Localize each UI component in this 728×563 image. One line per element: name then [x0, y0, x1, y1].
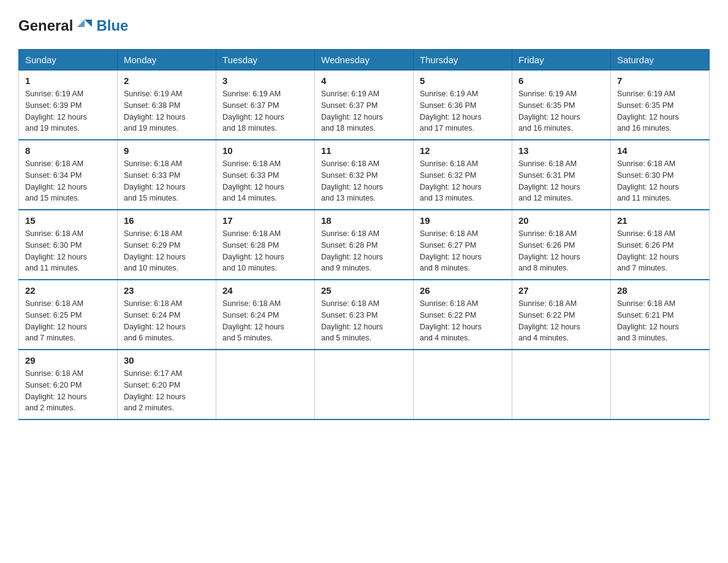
- day-info: Sunrise: 6:19 AM Sunset: 6:35 PM Dayligh…: [617, 88, 703, 134]
- calendar-cell: 10 Sunrise: 6:18 AM Sunset: 6:33 PM Dayl…: [216, 140, 315, 210]
- calendar-cell: 22 Sunrise: 6:18 AM Sunset: 6:25 PM Dayl…: [19, 280, 118, 350]
- day-info: Sunrise: 6:18 AM Sunset: 6:22 PM Dayligh…: [518, 298, 604, 344]
- week-row-4: 22 Sunrise: 6:18 AM Sunset: 6:25 PM Dayl…: [19, 280, 710, 350]
- calendar-cell: 3 Sunrise: 6:19 AM Sunset: 6:37 PM Dayli…: [216, 71, 315, 140]
- header-sunday: Sunday: [19, 50, 118, 71]
- calendar-cell: [414, 350, 512, 419]
- day-info: Sunrise: 6:18 AM Sunset: 6:24 PM Dayligh…: [124, 298, 210, 344]
- calendar-cell: [611, 350, 710, 419]
- week-row-1: 1 Sunrise: 6:19 AM Sunset: 6:39 PM Dayli…: [19, 71, 710, 140]
- day-number: 20: [518, 215, 604, 226]
- day-number: 28: [617, 285, 703, 296]
- day-number: 19: [420, 215, 506, 226]
- day-number: 1: [25, 75, 111, 86]
- calendar-cell: 12 Sunrise: 6:18 AM Sunset: 6:32 PM Dayl…: [414, 140, 512, 210]
- svg-marker-1: [77, 20, 85, 27]
- calendar-cell: 23 Sunrise: 6:18 AM Sunset: 6:24 PM Dayl…: [118, 280, 216, 350]
- day-info: Sunrise: 6:18 AM Sunset: 6:23 PM Dayligh…: [321, 298, 407, 344]
- calendar-cell: 9 Sunrise: 6:18 AM Sunset: 6:33 PM Dayli…: [118, 140, 216, 210]
- day-number: 7: [617, 75, 703, 86]
- day-number: 9: [124, 145, 210, 156]
- calendar-cell: 20 Sunrise: 6:18 AM Sunset: 6:26 PM Dayl…: [512, 210, 611, 280]
- day-info: Sunrise: 6:19 AM Sunset: 6:35 PM Dayligh…: [518, 88, 604, 134]
- calendar-cell: 19 Sunrise: 6:18 AM Sunset: 6:27 PM Dayl…: [414, 210, 512, 280]
- day-number: 21: [617, 215, 703, 226]
- day-info: Sunrise: 6:18 AM Sunset: 6:33 PM Dayligh…: [222, 158, 308, 204]
- header-wednesday: Wednesday: [315, 50, 414, 71]
- day-info: Sunrise: 6:19 AM Sunset: 6:39 PM Dayligh…: [25, 88, 111, 134]
- day-number: 13: [518, 145, 604, 156]
- day-info: Sunrise: 6:18 AM Sunset: 6:31 PM Dayligh…: [518, 158, 604, 204]
- day-number: 25: [321, 285, 407, 296]
- calendar-cell: 14 Sunrise: 6:18 AM Sunset: 6:30 PM Dayl…: [611, 140, 710, 210]
- day-number: 2: [124, 75, 210, 86]
- day-info: Sunrise: 6:19 AM Sunset: 6:37 PM Dayligh…: [321, 88, 407, 134]
- calendar-cell: 2 Sunrise: 6:19 AM Sunset: 6:38 PM Dayli…: [118, 71, 216, 140]
- calendar-cell: 27 Sunrise: 6:18 AM Sunset: 6:22 PM Dayl…: [512, 280, 611, 350]
- calendar-cell: 1 Sunrise: 6:19 AM Sunset: 6:39 PM Dayli…: [19, 71, 118, 140]
- calendar-cell: 11 Sunrise: 6:18 AM Sunset: 6:32 PM Dayl…: [315, 140, 414, 210]
- calendar-cell: [512, 350, 611, 419]
- day-number: 15: [25, 215, 111, 226]
- calendar-table: SundayMondayTuesdayWednesdayThursdayFrid…: [18, 49, 710, 420]
- header-tuesday: Tuesday: [216, 50, 315, 71]
- calendar-cell: 29 Sunrise: 6:18 AM Sunset: 6:20 PM Dayl…: [19, 350, 118, 419]
- day-number: 10: [222, 145, 308, 156]
- calendar-cell: 8 Sunrise: 6:18 AM Sunset: 6:34 PM Dayli…: [19, 140, 118, 210]
- logo: General Blue: [18, 15, 128, 37]
- calendar-cell: 28 Sunrise: 6:18 AM Sunset: 6:21 PM Dayl…: [611, 280, 710, 350]
- day-info: Sunrise: 6:18 AM Sunset: 6:32 PM Dayligh…: [321, 158, 407, 204]
- calendar-cell: 18 Sunrise: 6:18 AM Sunset: 6:28 PM Dayl…: [315, 210, 414, 280]
- day-info: Sunrise: 6:18 AM Sunset: 6:33 PM Dayligh…: [124, 158, 210, 204]
- day-info: Sunrise: 6:18 AM Sunset: 6:25 PM Dayligh…: [25, 298, 111, 344]
- calendar-body: 1 Sunrise: 6:19 AM Sunset: 6:39 PM Dayli…: [19, 71, 710, 420]
- day-number: 27: [518, 285, 604, 296]
- day-info: Sunrise: 6:18 AM Sunset: 6:28 PM Dayligh…: [321, 228, 407, 274]
- day-info: Sunrise: 6:18 AM Sunset: 6:30 PM Dayligh…: [617, 158, 703, 204]
- calendar-cell: [315, 350, 414, 419]
- calendar-cell: 24 Sunrise: 6:18 AM Sunset: 6:24 PM Dayl…: [216, 280, 315, 350]
- calendar-cell: 21 Sunrise: 6:18 AM Sunset: 6:26 PM Dayl…: [611, 210, 710, 280]
- calendar-cell: 7 Sunrise: 6:19 AM Sunset: 6:35 PM Dayli…: [611, 71, 710, 140]
- day-number: 26: [420, 285, 506, 296]
- day-info: Sunrise: 6:18 AM Sunset: 6:28 PM Dayligh…: [222, 228, 308, 274]
- header-monday: Monday: [118, 50, 216, 71]
- calendar-cell: 15 Sunrise: 6:18 AM Sunset: 6:30 PM Dayl…: [19, 210, 118, 280]
- day-number: 12: [420, 145, 506, 156]
- day-number: 23: [124, 285, 210, 296]
- day-info: Sunrise: 6:18 AM Sunset: 6:30 PM Dayligh…: [25, 228, 111, 274]
- calendar-cell: 25 Sunrise: 6:18 AM Sunset: 6:23 PM Dayl…: [315, 280, 414, 350]
- calendar-cell: 30 Sunrise: 6:17 AM Sunset: 6:20 PM Dayl…: [118, 350, 216, 419]
- day-number: 18: [321, 215, 407, 226]
- header-friday: Friday: [512, 50, 611, 71]
- day-number: 5: [420, 75, 506, 86]
- day-info: Sunrise: 6:18 AM Sunset: 6:20 PM Dayligh…: [25, 368, 111, 414]
- calendar-cell: 13 Sunrise: 6:18 AM Sunset: 6:31 PM Dayl…: [512, 140, 611, 210]
- calendar-cell: 6 Sunrise: 6:19 AM Sunset: 6:35 PM Dayli…: [512, 71, 611, 140]
- day-number: 11: [321, 145, 407, 156]
- day-number: 6: [518, 75, 604, 86]
- calendar-cell: 4 Sunrise: 6:19 AM Sunset: 6:37 PM Dayli…: [315, 71, 414, 140]
- day-number: 22: [25, 285, 111, 296]
- week-row-5: 29 Sunrise: 6:18 AM Sunset: 6:20 PM Dayl…: [19, 350, 710, 419]
- day-info: Sunrise: 6:18 AM Sunset: 6:29 PM Dayligh…: [124, 228, 210, 274]
- day-info: Sunrise: 6:18 AM Sunset: 6:22 PM Dayligh…: [420, 298, 506, 344]
- header-thursday: Thursday: [414, 50, 512, 71]
- day-number: 4: [321, 75, 407, 86]
- calendar-cell: 26 Sunrise: 6:18 AM Sunset: 6:22 PM Dayl…: [414, 280, 512, 350]
- day-info: Sunrise: 6:18 AM Sunset: 6:26 PM Dayligh…: [617, 228, 703, 274]
- week-row-3: 15 Sunrise: 6:18 AM Sunset: 6:30 PM Dayl…: [19, 210, 710, 280]
- day-info: Sunrise: 6:19 AM Sunset: 6:37 PM Dayligh…: [222, 88, 308, 134]
- day-info: Sunrise: 6:19 AM Sunset: 6:36 PM Dayligh…: [420, 88, 506, 134]
- day-info: Sunrise: 6:18 AM Sunset: 6:26 PM Dayligh…: [518, 228, 604, 274]
- header-saturday: Saturday: [611, 50, 710, 71]
- calendar-header: SundayMondayTuesdayWednesdayThursdayFrid…: [19, 50, 710, 71]
- day-number: 14: [617, 145, 703, 156]
- day-info: Sunrise: 6:18 AM Sunset: 6:24 PM Dayligh…: [222, 298, 308, 344]
- calendar-cell: 16 Sunrise: 6:18 AM Sunset: 6:29 PM Dayl…: [118, 210, 216, 280]
- day-info: Sunrise: 6:18 AM Sunset: 6:32 PM Dayligh…: [420, 158, 506, 204]
- calendar-cell: [216, 350, 315, 419]
- day-number: 30: [124, 355, 210, 366]
- day-info: Sunrise: 6:18 AM Sunset: 6:21 PM Dayligh…: [617, 298, 703, 344]
- day-number: 3: [222, 75, 308, 86]
